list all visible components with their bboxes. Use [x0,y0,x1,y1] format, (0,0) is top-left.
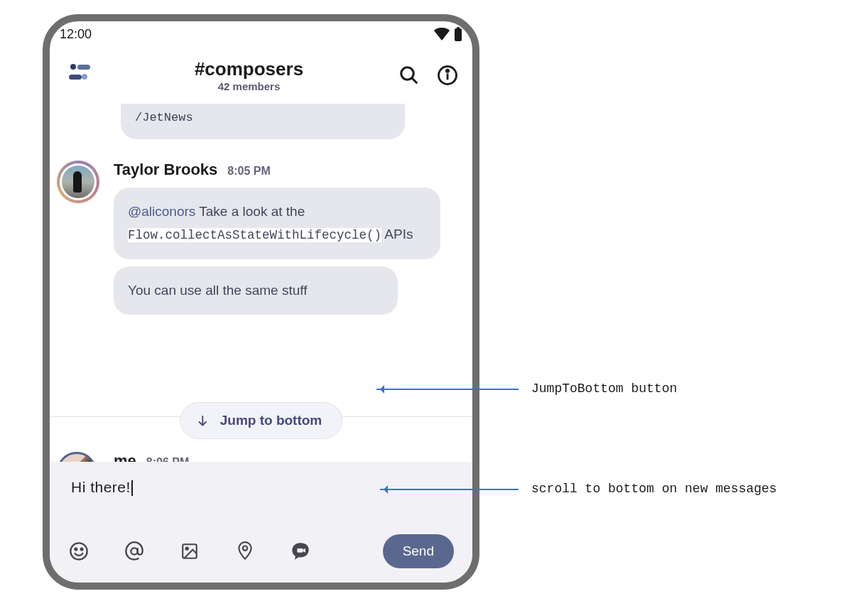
svg-rect-21 [297,548,303,553]
image-icon[interactable] [179,541,200,562]
message-composer: Hi there! Send [50,462,472,583]
svg-rect-5 [77,65,90,70]
msg-text: APIs [381,227,413,242]
svg-point-4 [70,64,76,70]
inline-code: Flow.collectAsStateWithLifecycle() [128,228,381,242]
prev-fragment-text: /JetNews [135,111,193,124]
msg-text: You can use all the same stuff [128,283,307,298]
status-bar: 12:00 [50,21,472,47]
app-logo[interactable] [64,58,99,93]
status-right [434,27,462,41]
svg-rect-7 [69,75,82,80]
composer-text-input[interactable]: Hi there! [71,479,451,496]
svg-point-8 [401,67,414,80]
message-bubble-prev[interactable]: /JetNews [121,104,405,139]
location-icon[interactable] [234,541,256,562]
svg-point-14 [70,543,87,559]
battery-icon [454,27,462,41]
svg-rect-0 [446,35,448,38]
channel-members: 42 members [107,80,391,92]
emoji-icon[interactable] [68,541,89,562]
video-call-icon[interactable] [290,541,311,562]
svg-point-19 [186,548,188,550]
phone-frame: 12:00 #composers 42 members [43,14,479,590]
annotation-label: JumpToBottom button [531,381,677,396]
composer-value: Hi there! [71,479,131,495]
sender-name: Taylor Brooks [114,161,217,179]
svg-point-1 [446,39,448,40]
svg-rect-3 [457,27,460,29]
svg-point-12 [447,70,449,72]
svg-rect-2 [455,28,462,41]
svg-point-6 [82,74,87,80]
annotation-label: scroll to bottom on new messages [531,482,777,496]
annotation-arrow [376,389,519,390]
channel-name: #composers [107,58,391,80]
wifi-alert-icon [434,28,450,40]
jump-label: Jump to bottom [220,413,322,428]
msg-text: Take a look at the [195,204,305,219]
message-group-taylor: Taylor Brooks 8:05 PM @aliconors Take a … [57,161,465,315]
status-time: 12:00 [60,27,92,42]
svg-point-16 [81,548,83,551]
annotation-arrow [380,489,519,490]
message-bubble[interactable]: You can use all the same stuff [114,266,398,315]
svg-point-15 [75,548,77,551]
mention-icon[interactable] [124,541,145,562]
chat-scroll-area[interactable]: /JetNews Taylor Brooks 8:05 PM @aliconor… [50,104,472,502]
jump-to-bottom-button[interactable]: Jump to bottom [180,402,343,439]
svg-point-20 [243,546,247,551]
arrow-down-icon [196,414,209,427]
search-icon[interactable] [398,65,420,86]
avatar-taylor[interactable] [57,161,99,203]
mention-link[interactable]: @aliconors [128,204,195,219]
app-header: #composers 42 members [50,47,472,104]
send-label: Send [403,543,434,558]
svg-point-17 [131,548,137,554]
message-bubble[interactable]: @aliconors Take a look at the Flow.colle… [114,188,440,259]
info-icon[interactable] [437,65,458,86]
sender-time: 8:05 PM [227,165,270,178]
svg-line-9 [412,78,418,84]
channel-info[interactable]: #composers 42 members [107,58,391,92]
send-button[interactable]: Send [383,534,454,568]
composer-toolbar: Send [50,534,472,568]
text-cursor [131,480,133,496]
